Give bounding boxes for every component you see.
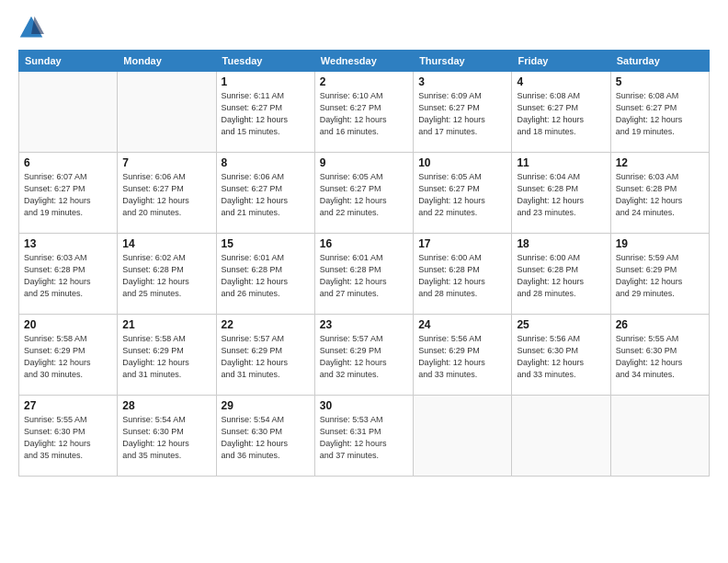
calendar-col-header: Sunday [19, 51, 118, 72]
cell-info: Sunrise: 5:56 AM Sunset: 6:30 PM Dayligh… [517, 333, 605, 381]
calendar-col-header: Thursday [414, 51, 512, 72]
cell-info: Sunrise: 6:00 AM Sunset: 6:28 PM Dayligh… [418, 252, 506, 300]
calendar-cell: 16Sunrise: 6:01 AM Sunset: 6:28 PM Dayli… [314, 234, 413, 315]
calendar-col-header: Monday [118, 51, 216, 72]
day-number: 11 [517, 156, 605, 169]
cell-info: Sunrise: 6:01 AM Sunset: 6:28 PM Dayligh… [320, 252, 408, 300]
cell-info: Sunrise: 5:57 AM Sunset: 6:29 PM Dayligh… [320, 333, 408, 381]
calendar-cell: 24Sunrise: 5:56 AM Sunset: 6:29 PM Dayli… [414, 315, 512, 396]
day-number: 25 [517, 318, 605, 331]
calendar-cell: 8Sunrise: 6:06 AM Sunset: 6:27 PM Daylig… [216, 153, 314, 234]
day-number: 29 [222, 399, 310, 412]
calendar-cell: 6Sunrise: 6:07 AM Sunset: 6:27 PM Daylig… [19, 153, 118, 234]
calendar-cell: 9Sunrise: 6:05 AM Sunset: 6:27 PM Daylig… [314, 153, 413, 234]
day-number: 15 [222, 237, 310, 250]
logo [18, 15, 48, 40]
day-number: 17 [418, 237, 506, 250]
cell-info: Sunrise: 6:01 AM Sunset: 6:28 PM Dayligh… [222, 252, 310, 300]
calendar-cell: 27Sunrise: 5:55 AM Sunset: 6:30 PM Dayli… [19, 396, 118, 477]
calendar-cell [19, 72, 118, 153]
cell-info: Sunrise: 6:06 AM Sunset: 6:27 PM Dayligh… [222, 171, 310, 219]
calendar-cell: 17Sunrise: 6:00 AM Sunset: 6:28 PM Dayli… [414, 234, 512, 315]
calendar-cell: 12Sunrise: 6:03 AM Sunset: 6:28 PM Dayli… [610, 153, 709, 234]
cell-info: Sunrise: 6:08 AM Sunset: 6:27 PM Dayligh… [517, 90, 605, 138]
day-number: 10 [418, 156, 506, 169]
cell-info: Sunrise: 6:08 AM Sunset: 6:27 PM Dayligh… [616, 90, 704, 138]
day-number: 14 [122, 237, 210, 250]
calendar-cell: 26Sunrise: 5:55 AM Sunset: 6:30 PM Dayli… [610, 315, 709, 396]
cell-info: Sunrise: 5:53 AM Sunset: 6:31 PM Dayligh… [320, 414, 408, 462]
cell-info: Sunrise: 5:54 AM Sunset: 6:30 PM Dayligh… [222, 414, 310, 462]
calendar-cell [610, 396, 709, 477]
calendar-cell: 19Sunrise: 5:59 AM Sunset: 6:29 PM Dayli… [610, 234, 709, 315]
day-number: 8 [222, 156, 310, 169]
day-number: 5 [616, 75, 704, 88]
day-number: 13 [24, 237, 112, 250]
day-number: 2 [320, 75, 408, 88]
calendar-week-row: 1Sunrise: 6:11 AM Sunset: 6:27 PM Daylig… [19, 72, 710, 153]
calendar-week-row: 6Sunrise: 6:07 AM Sunset: 6:27 PM Daylig… [19, 153, 710, 234]
day-number: 9 [320, 156, 408, 169]
calendar-cell: 30Sunrise: 5:53 AM Sunset: 6:31 PM Dayli… [314, 396, 413, 477]
calendar-cell: 29Sunrise: 5:54 AM Sunset: 6:30 PM Dayli… [216, 396, 314, 477]
calendar-cell: 1Sunrise: 6:11 AM Sunset: 6:27 PM Daylig… [216, 72, 314, 153]
day-number: 27 [24, 399, 112, 412]
calendar-cell: 28Sunrise: 5:54 AM Sunset: 6:30 PM Dayli… [118, 396, 216, 477]
cell-info: Sunrise: 6:00 AM Sunset: 6:28 PM Dayligh… [517, 252, 605, 300]
cell-info: Sunrise: 6:09 AM Sunset: 6:27 PM Dayligh… [418, 90, 506, 138]
calendar-week-row: 13Sunrise: 6:03 AM Sunset: 6:28 PM Dayli… [19, 234, 710, 315]
day-number: 20 [24, 318, 112, 331]
cell-info: Sunrise: 5:54 AM Sunset: 6:30 PM Dayligh… [122, 414, 210, 462]
day-number: 22 [222, 318, 310, 331]
calendar-cell: 20Sunrise: 5:58 AM Sunset: 6:29 PM Dayli… [19, 315, 118, 396]
cell-info: Sunrise: 6:07 AM Sunset: 6:27 PM Dayligh… [24, 171, 112, 219]
calendar-cell: 21Sunrise: 5:58 AM Sunset: 6:29 PM Dayli… [118, 315, 216, 396]
day-number: 16 [320, 237, 408, 250]
calendar-col-header: Tuesday [216, 51, 314, 72]
cell-info: Sunrise: 5:55 AM Sunset: 6:30 PM Dayligh… [24, 414, 112, 462]
cell-info: Sunrise: 5:55 AM Sunset: 6:30 PM Dayligh… [616, 333, 704, 381]
cell-info: Sunrise: 5:58 AM Sunset: 6:29 PM Dayligh… [24, 333, 112, 381]
calendar-cell: 7Sunrise: 6:06 AM Sunset: 6:27 PM Daylig… [118, 153, 216, 234]
day-number: 23 [320, 318, 408, 331]
cell-info: Sunrise: 5:58 AM Sunset: 6:29 PM Dayligh… [122, 333, 210, 381]
calendar-col-header: Friday [512, 51, 610, 72]
cell-info: Sunrise: 5:57 AM Sunset: 6:29 PM Dayligh… [222, 333, 310, 381]
day-number: 28 [122, 399, 210, 412]
day-number: 30 [320, 399, 408, 412]
calendar-cell: 3Sunrise: 6:09 AM Sunset: 6:27 PM Daylig… [414, 72, 512, 153]
calendar-cell [414, 396, 512, 477]
day-number: 6 [24, 156, 112, 169]
calendar-cell: 22Sunrise: 5:57 AM Sunset: 6:29 PM Dayli… [216, 315, 314, 396]
cell-info: Sunrise: 6:02 AM Sunset: 6:28 PM Dayligh… [122, 252, 210, 300]
svg-marker-1 [31, 17, 44, 34]
day-number: 18 [517, 237, 605, 250]
calendar-cell [118, 72, 216, 153]
cell-info: Sunrise: 5:59 AM Sunset: 6:29 PM Dayligh… [616, 252, 704, 300]
calendar-cell: 10Sunrise: 6:05 AM Sunset: 6:27 PM Dayli… [414, 153, 512, 234]
cell-info: Sunrise: 6:04 AM Sunset: 6:28 PM Dayligh… [517, 171, 605, 219]
day-number: 24 [418, 318, 506, 331]
calendar-cell: 4Sunrise: 6:08 AM Sunset: 6:27 PM Daylig… [512, 72, 610, 153]
calendar-week-row: 20Sunrise: 5:58 AM Sunset: 6:29 PM Dayli… [19, 315, 710, 396]
cell-info: Sunrise: 6:03 AM Sunset: 6:28 PM Dayligh… [24, 252, 112, 300]
day-number: 12 [616, 156, 704, 169]
day-number: 1 [222, 75, 310, 88]
cell-info: Sunrise: 6:10 AM Sunset: 6:27 PM Dayligh… [320, 90, 408, 138]
cell-info: Sunrise: 6:03 AM Sunset: 6:28 PM Dayligh… [616, 171, 704, 219]
page-header [18, 15, 710, 40]
calendar-cell: 25Sunrise: 5:56 AM Sunset: 6:30 PM Dayli… [512, 315, 610, 396]
cell-info: Sunrise: 5:56 AM Sunset: 6:29 PM Dayligh… [418, 333, 506, 381]
calendar-col-header: Wednesday [314, 51, 413, 72]
calendar-cell: 23Sunrise: 5:57 AM Sunset: 6:29 PM Dayli… [314, 315, 413, 396]
calendar-col-header: Saturday [610, 51, 709, 72]
calendar-header-row: SundayMondayTuesdayWednesdayThursdayFrid… [19, 51, 710, 72]
calendar-cell: 15Sunrise: 6:01 AM Sunset: 6:28 PM Dayli… [216, 234, 314, 315]
calendar-cell: 5Sunrise: 6:08 AM Sunset: 6:27 PM Daylig… [610, 72, 709, 153]
cell-info: Sunrise: 6:11 AM Sunset: 6:27 PM Dayligh… [222, 90, 310, 138]
day-number: 3 [418, 75, 506, 88]
calendar-cell [512, 396, 610, 477]
day-number: 19 [616, 237, 704, 250]
calendar-week-row: 27Sunrise: 5:55 AM Sunset: 6:30 PM Dayli… [19, 396, 710, 477]
logo-icon [18, 15, 44, 40]
